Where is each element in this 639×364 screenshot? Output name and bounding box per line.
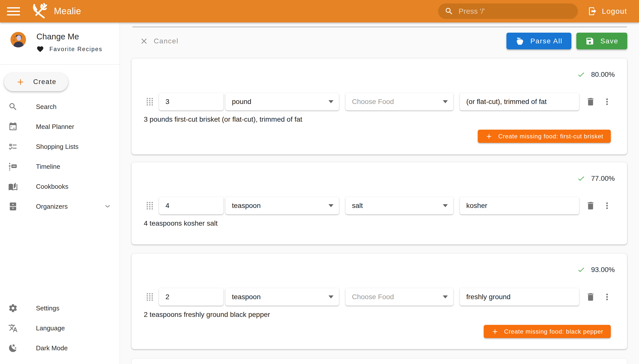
delete-button[interactable] — [586, 97, 595, 107]
app-title: Mealie — [54, 6, 81, 16]
ingredient-list: 80.00% pound — [131, 58, 627, 364]
original-ingredient-text: 3 pounds first-cut brisket (or flat-cut)… — [144, 116, 627, 124]
dropdown-caret-icon — [328, 296, 333, 298]
cancel-label: Cancel — [154, 37, 178, 45]
dropdown-caret-icon — [328, 204, 333, 207]
more-options-button[interactable] — [602, 292, 612, 302]
logout-button[interactable]: Logout — [588, 6, 627, 16]
parse-all-button[interactable]: Parse All — [506, 33, 572, 49]
plus-icon — [491, 328, 499, 335]
note-field[interactable] — [460, 197, 579, 214]
create-missing-food-button[interactable]: Create missing food: first-cut brisket — [478, 130, 611, 143]
amount-input[interactable] — [165, 202, 218, 210]
sidebar-item-label: Meal Planner — [36, 123, 74, 131]
logout-icon — [588, 6, 597, 16]
confidence-row: 80.00% — [132, 71, 615, 78]
drag-handle-icon[interactable] — [145, 97, 154, 107]
note-field[interactable] — [460, 288, 579, 306]
sidebar-item-language[interactable]: Language — [0, 318, 120, 338]
food-placeholder: Choose Food — [352, 293, 443, 301]
ingredient-card: 77.00% teaspoon — [131, 162, 627, 244]
apple-icon — [515, 37, 524, 46]
unit-select[interactable]: teaspoon — [226, 197, 339, 214]
menu-icon[interactable] — [7, 5, 22, 18]
amount-field[interactable] — [159, 197, 224, 214]
sidebar-item-search[interactable]: Search — [0, 97, 120, 117]
sidebar-item-shopping-lists[interactable]: Shopping Lists — [0, 136, 120, 156]
sidebar-item-settings[interactable]: Settings — [0, 298, 120, 318]
original-ingredient-text: 4 teaspoons kosher salt — [144, 220, 627, 228]
check-icon — [577, 174, 585, 182]
check-icon — [577, 70, 585, 78]
more-options-button[interactable] — [602, 201, 612, 211]
book-open-icon — [8, 182, 18, 191]
note-input[interactable] — [466, 98, 574, 106]
sidebar-item-cookbooks[interactable]: Cookbooks — [0, 176, 120, 196]
more-options-button[interactable] — [602, 97, 612, 107]
favorite-recipes-link[interactable]: Favorite Recipes — [37, 46, 103, 53]
save-button[interactable]: Save — [576, 33, 627, 49]
save-label: Save — [600, 37, 618, 45]
kebab-menu-icon — [602, 201, 612, 211]
main-content: Cancel Parse All Save 80.00% — [120, 22, 639, 364]
drag-handle-icon[interactable] — [145, 201, 154, 211]
search-box[interactable] — [438, 4, 578, 19]
create-button[interactable]: Create — [4, 72, 68, 91]
ingredient-card-partial — [131, 358, 627, 364]
sidebar-item-dark-mode[interactable]: Dark Mode — [0, 338, 120, 358]
favorite-recipes-label: Favorite Recipes — [49, 46, 103, 52]
drag-handle-icon[interactable] — [145, 292, 154, 302]
delete-button[interactable] — [586, 292, 595, 302]
avatar[interactable] — [11, 32, 26, 47]
magnify-icon — [8, 102, 18, 112]
sidebar: Change Me Favorite Recipes Create Search — [0, 22, 120, 364]
note-input[interactable] — [466, 293, 574, 301]
parser-toolbar: Cancel Parse All Save — [132, 33, 627, 49]
file-cabinet-icon — [8, 202, 18, 211]
logout-label: Logout — [602, 7, 627, 16]
user-text: Change Me Favorite Recipes — [37, 32, 103, 53]
confidence-value: 80.00% — [591, 70, 615, 78]
search-icon — [445, 7, 454, 16]
save-icon — [585, 37, 594, 46]
unit-select[interactable]: pound — [226, 93, 339, 110]
gear-icon — [8, 304, 18, 313]
food-select[interactable]: Choose Food — [345, 288, 453, 306]
search-input[interactable] — [459, 7, 571, 16]
amount-input[interactable] — [165, 293, 218, 301]
sidebar-item-label: Settings — [36, 304, 59, 312]
trash-icon — [586, 97, 595, 107]
dropdown-caret-icon — [443, 100, 448, 103]
chevron-down-icon — [103, 202, 112, 211]
amount-field[interactable] — [159, 93, 224, 110]
note-input[interactable] — [466, 202, 574, 210]
sidebar-item-label: Cookbooks — [36, 183, 68, 190]
create-missing-food-label: Create missing food: black pepper — [504, 328, 603, 335]
food-select[interactable]: salt — [345, 197, 453, 214]
ingredient-card: 80.00% pound — [131, 58, 627, 154]
sidebar-item-label: Shopping Lists — [36, 143, 79, 150]
kebab-menu-icon — [602, 97, 612, 107]
plus-icon — [485, 133, 493, 140]
unit-value: teaspoon — [232, 202, 328, 210]
checklist-icon — [8, 142, 18, 151]
ingredient-inputs: teaspoon Choose Food — [132, 288, 627, 306]
plus-icon — [16, 77, 25, 87]
create-missing-food-button[interactable]: Create missing food: black pepper — [484, 325, 611, 338]
unit-select[interactable]: teaspoon — [226, 288, 339, 306]
sidebar-item-meal-planner[interactable]: Meal Planner — [0, 117, 120, 136]
cancel-button[interactable]: Cancel — [140, 37, 178, 46]
delete-button[interactable] — [586, 201, 595, 211]
sidebar-item-organizers[interactable]: Organizers — [0, 196, 120, 216]
confidence-value: 93.00% — [591, 266, 615, 274]
sidebar-bottom: Settings Language Dark Mode — [0, 298, 120, 358]
moon-stars-icon — [8, 343, 18, 353]
food-select[interactable]: Choose Food — [345, 93, 453, 110]
amount-field[interactable] — [159, 288, 224, 306]
note-field[interactable] — [460, 93, 579, 110]
sidebar-item-label: Search — [36, 103, 56, 111]
sidebar-item-timeline[interactable]: Timeline — [0, 156, 120, 176]
confidence-row: 93.00% — [132, 266, 615, 274]
amount-input[interactable] — [165, 98, 218, 106]
original-ingredient-text: 2 teaspoons freshly ground black pepper — [144, 311, 627, 318]
